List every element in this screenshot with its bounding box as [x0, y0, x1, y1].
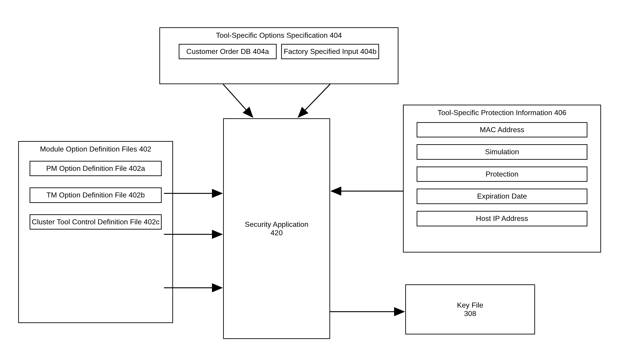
key-file-box: Key File 308 [405, 284, 535, 334]
cluster-tool-file-box: Cluster Tool Control Definition File 402… [30, 214, 162, 230]
protection-box: Protection [417, 166, 587, 182]
module-option-title: Module Option Definition Files 402 [40, 145, 151, 154]
security-application-title: Security Application [245, 220, 308, 229]
security-application-id: 420 [271, 229, 283, 237]
customer-order-db-box: Customer Order DB 404a [179, 44, 277, 59]
pm-option-file-box: PM Option Definition File 402a [30, 161, 162, 176]
tm-option-file-box: TM Option Definition File 402b [30, 187, 162, 203]
mac-address-box: MAC Address [417, 122, 587, 138]
key-file-title: Key File [457, 301, 483, 309]
tool-protection-info-title: Tool-Specific Protection Information 406 [438, 108, 566, 118]
svg-line-1 [223, 84, 253, 117]
module-option-definition-box: Module Option Definition Files 402 PM Op… [18, 141, 173, 323]
simulation-box: Simulation [417, 144, 587, 160]
tool-specific-options-title: Tool-Specific Options Specification 404 [216, 31, 342, 40]
svg-line-2 [298, 84, 330, 117]
tool-specific-options-box: Tool-Specific Options Specification 404 … [159, 27, 398, 84]
factory-specified-input-box: Factory Specified Input 404b [281, 44, 379, 59]
key-file-id: 308 [464, 309, 476, 318]
expiration-date-box: Expiration Date [417, 189, 587, 204]
tool-protection-info-box: Tool-Specific Protection Information 406… [403, 105, 601, 253]
host-ip-box: Host IP Address [417, 211, 587, 226]
security-application-box: Security Application 420 [223, 118, 330, 339]
